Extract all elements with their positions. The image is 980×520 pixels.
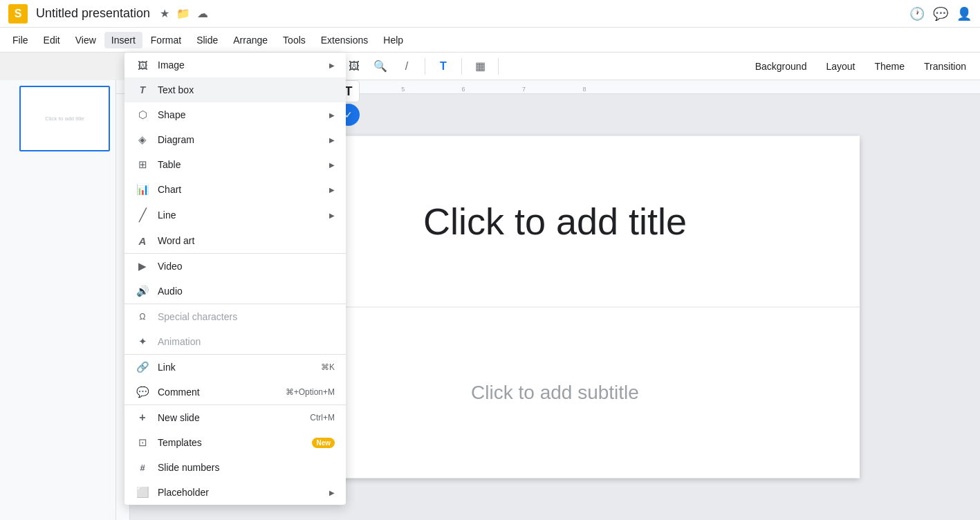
top-right: 🕐 💬 👤 <box>909 6 972 21</box>
layout-btn[interactable]: Layout <box>817 58 863 75</box>
menu-item-link[interactable]: 🔗 Link ⌘K <box>124 355 346 380</box>
menu-item-placeholder[interactable]: ⬜ Placeholder ▶ <box>124 480 346 505</box>
history-icon[interactable]: 🕐 <box>909 6 925 21</box>
cloud-icon[interactable]: ☁ <box>197 7 208 20</box>
separator2 <box>461 58 462 75</box>
slide-panel: 1 Click to add title <box>0 80 116 520</box>
account-icon[interactable]: 👤 <box>956 6 972 21</box>
diagram-icon: ◈ <box>136 133 149 146</box>
folder-icon[interactable]: 📁 <box>176 7 190 20</box>
line-icon: ╱ <box>136 207 149 223</box>
menu-format[interactable]: Format <box>144 32 188 48</box>
slide-thumbnail[interactable]: Click to add title <box>19 86 110 151</box>
star-icon[interactable]: ★ <box>160 7 169 20</box>
new-slide-icon: + <box>136 411 149 424</box>
toolbar-grid-icon[interactable]: ▦ <box>469 55 491 77</box>
menu-extensions[interactable]: Extensions <box>314 32 375 48</box>
menu-section-3: Ω Special characters ✦ Animation <box>124 304 346 354</box>
comment-icon: 💬 <box>136 386 149 398</box>
menu-item-textbox[interactable]: T Text box <box>124 77 346 102</box>
menu-bar: File Edit View Insert Format Slide Arran… <box>0 28 980 53</box>
insert-dropdown-menu: 🖼 Image ▶ T Text box ⬡ Shape ▶ ◈ Diagram… <box>124 53 346 505</box>
menu-item-new-slide[interactable]: + New slide Ctrl+M <box>124 405 346 430</box>
secondary-toolbar: 🖼 🔍 / T ▦ Background Layout Theme Transi… <box>338 53 980 80</box>
background-btn[interactable]: Background <box>747 58 815 75</box>
menu-section-1: 🖼 Image ▶ T Text box ⬡ Shape ▶ ◈ Diagram… <box>124 53 346 253</box>
menu-item-shape[interactable]: ⬡ Shape ▶ <box>124 102 346 127</box>
menu-section-4: 🔗 Link ⌘K 💬 Comment ⌘+Option+M <box>124 354 346 405</box>
video-icon: ▶ <box>136 260 149 272</box>
menu-file[interactable]: File <box>6 32 35 48</box>
menu-item-templates[interactable]: ⊡ Templates New <box>124 430 346 455</box>
transition-btn[interactable]: Transition <box>916 58 974 75</box>
comments-icon[interactable]: 💬 <box>933 6 948 21</box>
app-logo[interactable]: S <box>8 4 28 24</box>
special-chars-icon: Ω <box>136 312 149 322</box>
menu-item-wordart[interactable]: A Word art <box>124 228 346 253</box>
menu-insert[interactable]: Insert <box>104 32 142 48</box>
menu-item-slide-numbers[interactable]: # Slide numbers <box>124 455 346 480</box>
title-icons: ★ 📁 ☁ <box>160 7 208 20</box>
toolbar-text-icon[interactable]: T <box>432 55 454 77</box>
menu-item-diagram[interactable]: ◈ Diagram ▶ <box>124 127 346 152</box>
doc-title[interactable]: Untitled presentation <box>36 6 150 21</box>
menu-view[interactable]: View <box>68 32 103 48</box>
slide-subtitle[interactable]: Click to add subtitle <box>342 375 768 411</box>
image-icon: 🖼 <box>136 59 149 71</box>
menu-section-5: + New slide Ctrl+M ⊡ Templates New # Sli… <box>124 405 346 505</box>
toolbar-search-icon[interactable]: 🔍 <box>369 55 391 77</box>
shape-icon: ⬡ <box>136 109 149 121</box>
menu-arrange[interactable]: Arrange <box>226 32 275 48</box>
top-bar: S Untitled presentation ★ 📁 ☁ 🕐 💬 👤 <box>0 0 980 28</box>
slide-numbers-icon: # <box>136 463 149 473</box>
textbox-icon: T <box>136 84 149 95</box>
link-icon: 🔗 <box>136 361 149 373</box>
menu-slide[interactable]: Slide <box>189 32 225 48</box>
wordart-icon: A <box>136 235 149 247</box>
menu-item-image[interactable]: 🖼 Image ▶ <box>124 53 346 77</box>
theme-btn[interactable]: Theme <box>866 58 913 75</box>
toolbar-image-icon[interactable]: 🖼 <box>343 55 365 77</box>
placeholder-icon: ⬜ <box>136 486 149 499</box>
chart-icon: 📊 <box>136 183 149 196</box>
audio-icon: 🔊 <box>136 285 149 297</box>
menu-item-animation: ✦ Animation <box>124 329 346 354</box>
new-badge: New <box>312 438 335 448</box>
animation-icon: ✦ <box>136 335 149 348</box>
separator3 <box>498 58 499 75</box>
separator <box>425 58 425 75</box>
menu-item-table[interactable]: ⊞ Table ▶ <box>124 152 346 177</box>
menu-item-audio[interactable]: 🔊 Audio <box>124 279 346 304</box>
slide-title[interactable]: Click to add title <box>312 186 799 257</box>
menu-item-line[interactable]: ╱ Line ▶ <box>124 202 346 228</box>
menu-help[interactable]: Help <box>376 32 410 48</box>
menu-tools[interactable]: Tools <box>276 32 313 48</box>
menu-section-2: ▶ Video 🔊 Audio <box>124 253 346 304</box>
menu-item-video[interactable]: ▶ Video <box>124 254 346 279</box>
menu-item-special-chars: Ω Special characters <box>124 304 346 329</box>
table-icon: ⊞ <box>136 158 149 171</box>
menu-edit[interactable]: Edit <box>37 32 67 48</box>
menu-item-comment[interactable]: 💬 Comment ⌘+Option+M <box>124 380 346 405</box>
toolbar-line-icon[interactable]: / <box>396 55 418 77</box>
menu-item-chart[interactable]: 📊 Chart ▶ <box>124 177 346 202</box>
templates-icon: ⊡ <box>136 436 149 449</box>
